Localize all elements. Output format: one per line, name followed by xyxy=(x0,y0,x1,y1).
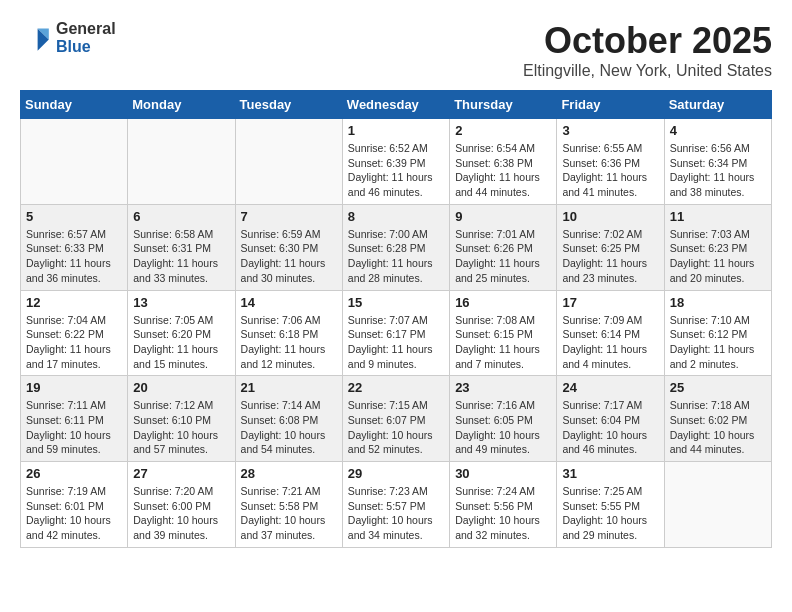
calendar-day-cell: 11Sunrise: 7:03 AM Sunset: 6:23 PM Dayli… xyxy=(664,204,771,290)
day-number: 20 xyxy=(133,380,229,395)
day-number: 1 xyxy=(348,123,444,138)
day-number: 29 xyxy=(348,466,444,481)
day-number: 15 xyxy=(348,295,444,310)
location: Eltingville, New York, United States xyxy=(523,62,772,80)
day-info: Sunrise: 7:09 AM Sunset: 6:14 PM Dayligh… xyxy=(562,313,658,372)
day-info: Sunrise: 7:20 AM Sunset: 6:00 PM Dayligh… xyxy=(133,484,229,543)
day-number: 22 xyxy=(348,380,444,395)
day-info: Sunrise: 7:18 AM Sunset: 6:02 PM Dayligh… xyxy=(670,398,766,457)
day-info: Sunrise: 6:56 AM Sunset: 6:34 PM Dayligh… xyxy=(670,141,766,200)
day-number: 7 xyxy=(241,209,337,224)
calendar-day-cell: 10Sunrise: 7:02 AM Sunset: 6:25 PM Dayli… xyxy=(557,204,664,290)
calendar-header-sunday: Sunday xyxy=(21,91,128,119)
day-info: Sunrise: 6:59 AM Sunset: 6:30 PM Dayligh… xyxy=(241,227,337,286)
calendar-day-cell: 19Sunrise: 7:11 AM Sunset: 6:11 PM Dayli… xyxy=(21,376,128,462)
day-info: Sunrise: 6:57 AM Sunset: 6:33 PM Dayligh… xyxy=(26,227,122,286)
calendar-header-wednesday: Wednesday xyxy=(342,91,449,119)
day-number: 31 xyxy=(562,466,658,481)
day-number: 10 xyxy=(562,209,658,224)
logo-text: General Blue xyxy=(56,20,116,55)
calendar-day-cell: 7Sunrise: 6:59 AM Sunset: 6:30 PM Daylig… xyxy=(235,204,342,290)
day-info: Sunrise: 7:19 AM Sunset: 6:01 PM Dayligh… xyxy=(26,484,122,543)
calendar-day-cell xyxy=(21,119,128,205)
day-number: 14 xyxy=(241,295,337,310)
day-info: Sunrise: 7:06 AM Sunset: 6:18 PM Dayligh… xyxy=(241,313,337,372)
day-info: Sunrise: 7:02 AM Sunset: 6:25 PM Dayligh… xyxy=(562,227,658,286)
calendar-week-row: 12Sunrise: 7:04 AM Sunset: 6:22 PM Dayli… xyxy=(21,290,772,376)
calendar-header-tuesday: Tuesday xyxy=(235,91,342,119)
day-number: 17 xyxy=(562,295,658,310)
calendar-week-row: 1Sunrise: 6:52 AM Sunset: 6:39 PM Daylig… xyxy=(21,119,772,205)
calendar-day-cell: 2Sunrise: 6:54 AM Sunset: 6:38 PM Daylig… xyxy=(450,119,557,205)
calendar-day-cell: 12Sunrise: 7:04 AM Sunset: 6:22 PM Dayli… xyxy=(21,290,128,376)
day-info: Sunrise: 7:16 AM Sunset: 6:05 PM Dayligh… xyxy=(455,398,551,457)
day-info: Sunrise: 6:55 AM Sunset: 6:36 PM Dayligh… xyxy=(562,141,658,200)
calendar-day-cell: 25Sunrise: 7:18 AM Sunset: 6:02 PM Dayli… xyxy=(664,376,771,462)
day-info: Sunrise: 7:03 AM Sunset: 6:23 PM Dayligh… xyxy=(670,227,766,286)
calendar-day-cell: 9Sunrise: 7:01 AM Sunset: 6:26 PM Daylig… xyxy=(450,204,557,290)
day-number: 5 xyxy=(26,209,122,224)
calendar-day-cell: 8Sunrise: 7:00 AM Sunset: 6:28 PM Daylig… xyxy=(342,204,449,290)
day-number: 30 xyxy=(455,466,551,481)
day-number: 13 xyxy=(133,295,229,310)
day-number: 25 xyxy=(670,380,766,395)
calendar-header-saturday: Saturday xyxy=(664,91,771,119)
calendar-header-monday: Monday xyxy=(128,91,235,119)
calendar-day-cell: 15Sunrise: 7:07 AM Sunset: 6:17 PM Dayli… xyxy=(342,290,449,376)
day-number: 12 xyxy=(26,295,122,310)
day-info: Sunrise: 6:58 AM Sunset: 6:31 PM Dayligh… xyxy=(133,227,229,286)
calendar-day-cell xyxy=(664,462,771,548)
calendar-day-cell: 31Sunrise: 7:25 AM Sunset: 5:55 PM Dayli… xyxy=(557,462,664,548)
day-number: 9 xyxy=(455,209,551,224)
calendar-day-cell: 18Sunrise: 7:10 AM Sunset: 6:12 PM Dayli… xyxy=(664,290,771,376)
calendar-day-cell: 6Sunrise: 6:58 AM Sunset: 6:31 PM Daylig… xyxy=(128,204,235,290)
day-info: Sunrise: 6:52 AM Sunset: 6:39 PM Dayligh… xyxy=(348,141,444,200)
calendar-day-cell: 1Sunrise: 6:52 AM Sunset: 6:39 PM Daylig… xyxy=(342,119,449,205)
calendar-header-row: SundayMondayTuesdayWednesdayThursdayFrid… xyxy=(21,91,772,119)
day-number: 19 xyxy=(26,380,122,395)
day-info: Sunrise: 7:12 AM Sunset: 6:10 PM Dayligh… xyxy=(133,398,229,457)
logo: General Blue xyxy=(20,20,116,55)
day-info: Sunrise: 7:04 AM Sunset: 6:22 PM Dayligh… xyxy=(26,313,122,372)
day-number: 23 xyxy=(455,380,551,395)
calendar-day-cell: 22Sunrise: 7:15 AM Sunset: 6:07 PM Dayli… xyxy=(342,376,449,462)
day-number: 16 xyxy=(455,295,551,310)
month-title: October 2025 xyxy=(523,20,772,62)
calendar-header-thursday: Thursday xyxy=(450,91,557,119)
day-number: 8 xyxy=(348,209,444,224)
calendar-day-cell: 24Sunrise: 7:17 AM Sunset: 6:04 PM Dayli… xyxy=(557,376,664,462)
day-number: 26 xyxy=(26,466,122,481)
day-info: Sunrise: 7:14 AM Sunset: 6:08 PM Dayligh… xyxy=(241,398,337,457)
calendar-day-cell: 23Sunrise: 7:16 AM Sunset: 6:05 PM Dayli… xyxy=(450,376,557,462)
day-number: 28 xyxy=(241,466,337,481)
calendar-day-cell: 13Sunrise: 7:05 AM Sunset: 6:20 PM Dayli… xyxy=(128,290,235,376)
calendar-day-cell: 17Sunrise: 7:09 AM Sunset: 6:14 PM Dayli… xyxy=(557,290,664,376)
day-number: 2 xyxy=(455,123,551,138)
day-info: Sunrise: 7:11 AM Sunset: 6:11 PM Dayligh… xyxy=(26,398,122,457)
calendar-day-cell: 27Sunrise: 7:20 AM Sunset: 6:00 PM Dayli… xyxy=(128,462,235,548)
calendar-day-cell: 30Sunrise: 7:24 AM Sunset: 5:56 PM Dayli… xyxy=(450,462,557,548)
calendar-table: SundayMondayTuesdayWednesdayThursdayFrid… xyxy=(20,90,772,548)
day-number: 21 xyxy=(241,380,337,395)
day-info: Sunrise: 6:54 AM Sunset: 6:38 PM Dayligh… xyxy=(455,141,551,200)
day-info: Sunrise: 7:10 AM Sunset: 6:12 PM Dayligh… xyxy=(670,313,766,372)
calendar-day-cell: 14Sunrise: 7:06 AM Sunset: 6:18 PM Dayli… xyxy=(235,290,342,376)
day-info: Sunrise: 7:07 AM Sunset: 6:17 PM Dayligh… xyxy=(348,313,444,372)
calendar-day-cell: 5Sunrise: 6:57 AM Sunset: 6:33 PM Daylig… xyxy=(21,204,128,290)
calendar-day-cell: 26Sunrise: 7:19 AM Sunset: 6:01 PM Dayli… xyxy=(21,462,128,548)
day-number: 27 xyxy=(133,466,229,481)
calendar-day-cell xyxy=(128,119,235,205)
logo-general: General xyxy=(56,20,116,38)
day-info: Sunrise: 7:15 AM Sunset: 6:07 PM Dayligh… xyxy=(348,398,444,457)
day-number: 3 xyxy=(562,123,658,138)
day-info: Sunrise: 7:05 AM Sunset: 6:20 PM Dayligh… xyxy=(133,313,229,372)
calendar-day-cell xyxy=(235,119,342,205)
calendar-week-row: 19Sunrise: 7:11 AM Sunset: 6:11 PM Dayli… xyxy=(21,376,772,462)
day-info: Sunrise: 7:17 AM Sunset: 6:04 PM Dayligh… xyxy=(562,398,658,457)
calendar-day-cell: 4Sunrise: 6:56 AM Sunset: 6:34 PM Daylig… xyxy=(664,119,771,205)
day-number: 4 xyxy=(670,123,766,138)
calendar-day-cell: 16Sunrise: 7:08 AM Sunset: 6:15 PM Dayli… xyxy=(450,290,557,376)
calendar-day-cell: 28Sunrise: 7:21 AM Sunset: 5:58 PM Dayli… xyxy=(235,462,342,548)
calendar-day-cell: 20Sunrise: 7:12 AM Sunset: 6:10 PM Dayli… xyxy=(128,376,235,462)
calendar-week-row: 5Sunrise: 6:57 AM Sunset: 6:33 PM Daylig… xyxy=(21,204,772,290)
